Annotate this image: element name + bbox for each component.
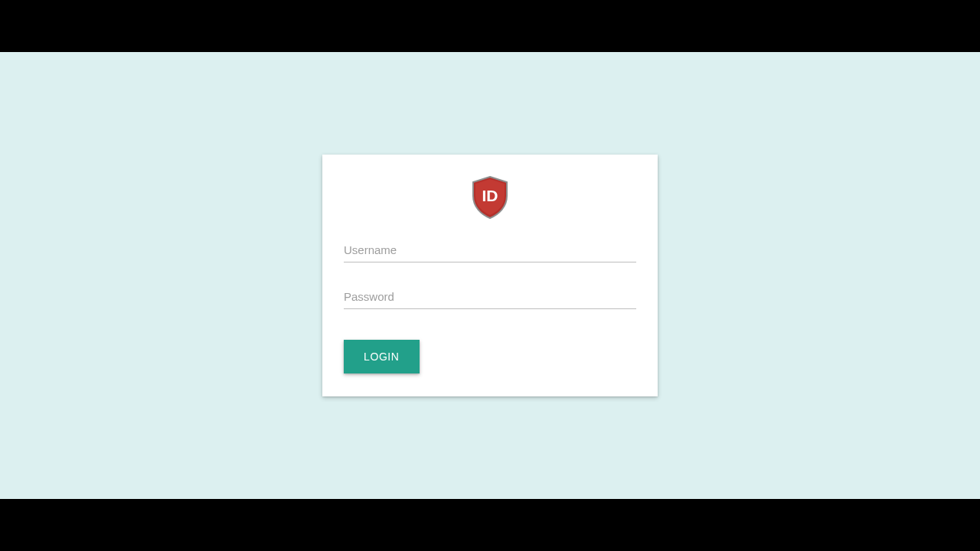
login-button[interactable]: LOGIN	[344, 340, 420, 373]
login-card: ID LOGIN	[322, 155, 658, 396]
logo-container: ID	[344, 176, 636, 219]
shield-id-icon: ID	[471, 176, 509, 219]
password-input[interactable]	[344, 285, 636, 309]
username-input[interactable]	[344, 239, 636, 262]
logo-text: ID	[482, 187, 498, 204]
page-background: ID LOGIN	[0, 52, 980, 499]
username-field	[344, 239, 636, 262]
password-field	[344, 285, 636, 309]
